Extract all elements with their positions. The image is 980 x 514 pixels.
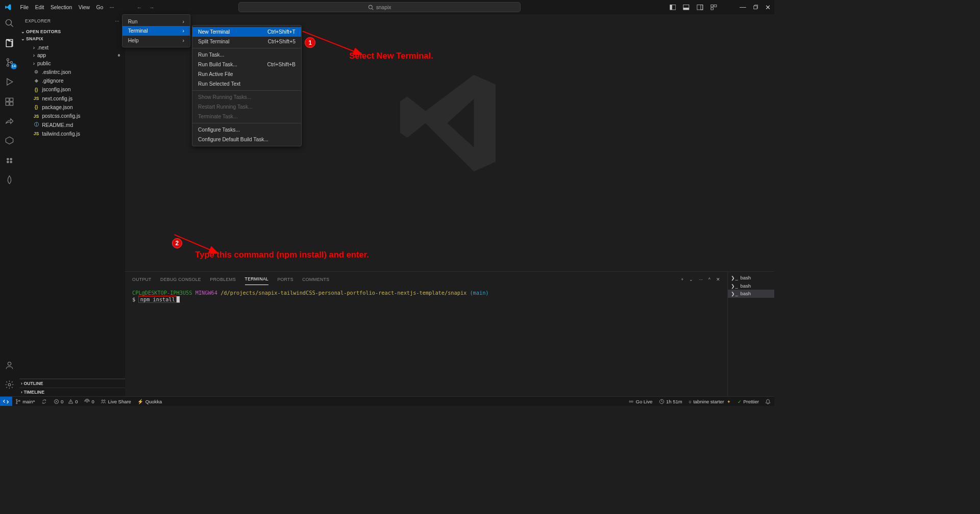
submenu-new-terminal[interactable]: New TerminalCtrl+Shift+T bbox=[192, 27, 301, 37]
activity-docker[interactable] bbox=[5, 136, 14, 146]
tab-problems[interactable]: PROBLEMS bbox=[210, 273, 236, 285]
layout-sidebar-right-icon[interactable] bbox=[697, 4, 703, 11]
file-readme[interactable]: ⓘREADME.md bbox=[19, 120, 125, 129]
gear-icon: ⚙ bbox=[33, 69, 40, 75]
activity-copilot[interactable] bbox=[5, 156, 14, 166]
submenu-run-task[interactable]: Run Task... bbox=[192, 50, 301, 60]
terminal-body[interactable]: CPL@DESKTOP-IPH3U5S MINGW64 /d/projects/… bbox=[125, 287, 727, 396]
js-icon: JS bbox=[33, 113, 40, 119]
file-gitignore[interactable]: ◆.gitignore bbox=[19, 76, 125, 85]
file-package[interactable]: {}package.json bbox=[19, 103, 125, 112]
window-minimize-icon[interactable]: — bbox=[740, 4, 746, 11]
panel-more-icon[interactable]: ··· bbox=[699, 277, 703, 282]
sidebar-title: EXPLORER bbox=[25, 18, 51, 23]
activity-scm[interactable]: 14 bbox=[5, 58, 14, 68]
svg-point-40 bbox=[86, 401, 88, 402]
tab-comments[interactable]: COMMENTS bbox=[302, 273, 329, 285]
menu-selection[interactable]: Selection bbox=[47, 3, 76, 12]
panel-close-icon[interactable]: ✕ bbox=[716, 277, 720, 282]
file-jsconfig[interactable]: {}jsconfig.json bbox=[19, 85, 125, 94]
panel-maximize-icon[interactable]: ^ bbox=[708, 277, 710, 282]
submenu-run-selected-text[interactable]: Run Selected Text bbox=[192, 79, 301, 89]
status-sync[interactable] bbox=[38, 399, 51, 404]
layout-custom-icon[interactable] bbox=[710, 4, 717, 11]
svg-point-34 bbox=[16, 403, 17, 404]
activity-explorer[interactable] bbox=[5, 38, 14, 49]
svg-rect-24 bbox=[10, 102, 13, 105]
menu-file[interactable]: File bbox=[17, 3, 32, 12]
svg-line-1 bbox=[372, 8, 373, 10]
file-eslintrc[interactable]: ⚙.eslintrc.json bbox=[19, 67, 125, 76]
svg-point-33 bbox=[16, 399, 17, 400]
submenu-configure-default[interactable]: Configure Default Build Task... bbox=[192, 135, 301, 144]
folder-next[interactable]: ›.next bbox=[19, 43, 125, 52]
svg-point-0 bbox=[369, 5, 372, 9]
terminal-host: MINGW64 bbox=[195, 290, 217, 296]
remote-indicator[interactable] bbox=[0, 397, 12, 406]
status-tabnine[interactable]: ○tabnine starter ✦ bbox=[685, 399, 734, 404]
status-golive[interactable]: Go Live bbox=[625, 399, 655, 404]
submenu-run-build-task[interactable]: Run Build Task...Ctrl+Shift+B bbox=[192, 60, 301, 69]
svg-line-17 bbox=[11, 24, 13, 27]
folder-public[interactable]: ›public bbox=[19, 60, 125, 68]
status-liveshare[interactable]: Live Share bbox=[97, 399, 134, 404]
activity-mongodb[interactable] bbox=[5, 175, 14, 186]
tab-terminal[interactable]: TERMINAL bbox=[245, 273, 268, 286]
terminal-entry-bash-1[interactable]: ❯_bash bbox=[728, 274, 774, 282]
terminal-entry-bash-3[interactable]: ❯_bash bbox=[728, 290, 774, 298]
open-editors-section[interactable]: ⌄OPEN EDITORS bbox=[19, 28, 125, 35]
menu-run[interactable]: Run› bbox=[122, 17, 190, 27]
svg-rect-23 bbox=[6, 102, 9, 105]
terminal-entry-bash-2[interactable]: ❯_bash bbox=[728, 281, 774, 290]
command-center[interactable]: snapix bbox=[238, 2, 521, 13]
activity-settings[interactable] bbox=[5, 380, 14, 391]
sidebar-more-icon[interactable]: ··· bbox=[115, 18, 119, 23]
submenu-split-terminal[interactable]: Split TerminalCtrl+Shift+5 bbox=[192, 37, 301, 46]
folder-app[interactable]: ›app bbox=[19, 52, 125, 60]
activity-accounts[interactable] bbox=[5, 361, 14, 371]
project-root-section[interactable]: ⌄SNAPIX bbox=[19, 35, 125, 43]
status-ports[interactable]: 0 bbox=[81, 399, 97, 404]
layout-panel-icon[interactable] bbox=[683, 4, 690, 11]
panel-split-icon[interactable]: ⌄ bbox=[689, 277, 693, 282]
menu-more[interactable]: ··· bbox=[107, 3, 117, 12]
svg-point-31 bbox=[8, 362, 11, 365]
file-tailwind[interactable]: JStailwind.config.js bbox=[19, 130, 125, 138]
activity-search[interactable] bbox=[5, 18, 14, 29]
activity-share[interactable] bbox=[5, 116, 14, 127]
menu-edit[interactable]: Edit bbox=[32, 3, 47, 12]
menu-view[interactable]: View bbox=[76, 3, 93, 12]
tab-output[interactable]: OUTPUT bbox=[132, 273, 152, 285]
file-next-config[interactable]: JSnext.config.js bbox=[19, 94, 125, 102]
menu-go[interactable]: Go bbox=[93, 3, 106, 12]
activity-extensions[interactable] bbox=[5, 97, 14, 108]
activity-debug[interactable] bbox=[5, 77, 14, 88]
tab-ports[interactable]: PORTS bbox=[277, 273, 293, 285]
file-postcss[interactable]: JSpostcss.config.js bbox=[19, 112, 125, 120]
status-prettier[interactable]: ✓Prettier bbox=[734, 399, 762, 404]
terminal-branch: (main) bbox=[470, 290, 488, 296]
nav-back-icon[interactable]: ← bbox=[137, 5, 142, 10]
panel-new-terminal-icon[interactable]: + bbox=[681, 277, 683, 282]
window-close-icon[interactable]: ✕ bbox=[765, 4, 771, 11]
scm-badge: 14 bbox=[11, 63, 17, 70]
panel-tabs: OUTPUT DEBUG CONSOLE PROBLEMS TERMINAL P… bbox=[125, 272, 727, 286]
status-bell-icon[interactable] bbox=[762, 399, 774, 404]
status-branch[interactable]: main* bbox=[12, 399, 38, 404]
menu-help[interactable]: Help› bbox=[122, 36, 190, 45]
nav-forward-icon[interactable]: → bbox=[149, 5, 154, 10]
timeline-section[interactable]: › TIMELINE bbox=[19, 388, 125, 396]
outline-section[interactable]: › OUTLINE bbox=[19, 379, 125, 388]
layout-sidebar-left-icon[interactable] bbox=[670, 4, 676, 11]
terminal-list: ❯_bash ❯_bash ❯_bash bbox=[727, 272, 774, 396]
menu-terminal[interactable]: Terminal› bbox=[122, 26, 190, 36]
submenu-configure-tasks[interactable]: Configure Tasks... bbox=[192, 125, 301, 135]
terminal-icon: ❯_ bbox=[731, 291, 738, 296]
tab-debug-console[interactable]: DEBUG CONSOLE bbox=[160, 273, 201, 285]
submenu-run-active-file[interactable]: Run Active File bbox=[192, 69, 301, 79]
window-restore-icon[interactable] bbox=[753, 5, 758, 9]
status-errors[interactable]: 0 0 bbox=[50, 399, 81, 404]
info-icon: ⓘ bbox=[33, 122, 40, 128]
status-quokka[interactable]: ⚡Quokka bbox=[134, 399, 165, 404]
status-time[interactable]: 1h 51m bbox=[656, 399, 685, 404]
